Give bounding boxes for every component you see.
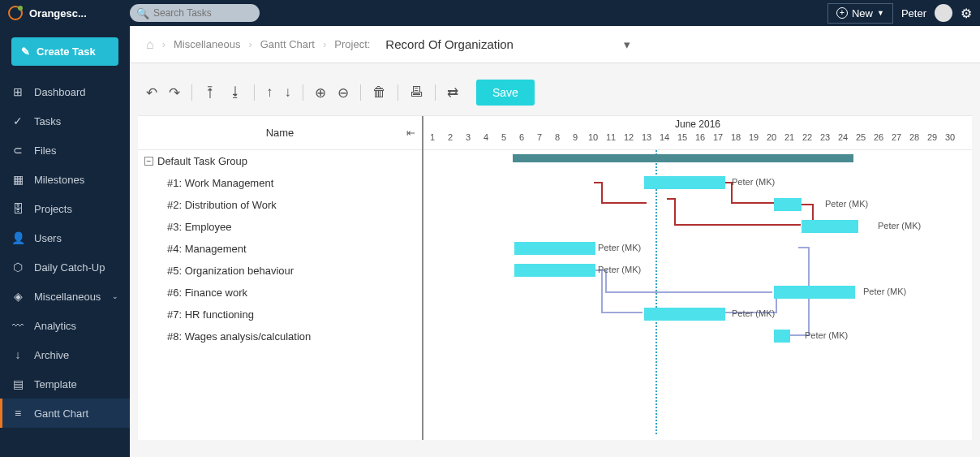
today-line: [655, 150, 657, 434]
day-cell: 19: [745, 132, 763, 149]
toolbar-separator: [254, 84, 255, 101]
task-group-row[interactable]: − Default Task Group: [138, 150, 422, 172]
print-icon[interactable]: 🖶: [410, 84, 423, 101]
delete-icon[interactable]: 🗑: [372, 84, 386, 101]
task-row[interactable]: #2: Distribution of Work: [138, 194, 422, 216]
breadcrumb-item[interactable]: Gantt Chart: [260, 38, 315, 50]
align-bottom-icon[interactable]: ⭳: [229, 84, 243, 101]
day-cell: 27: [888, 132, 905, 149]
project-select[interactable]: Record Of Organization ▾: [378, 33, 638, 56]
sidebar-item-label: Analytics: [34, 320, 76, 332]
task-assignee: Peter (MK): [598, 265, 641, 274]
task-label: #5: Organization behaviour: [144, 265, 294, 277]
breadcrumb-separator: ›: [323, 38, 326, 50]
breadcrumb-separator: ›: [248, 38, 251, 50]
task-bar[interactable]: [514, 264, 595, 277]
search-input[interactable]: [153, 7, 253, 19]
day-cell: 16: [691, 132, 709, 149]
breadcrumb-item: Project:: [334, 38, 370, 50]
search-box[interactable]: 🔍: [130, 4, 260, 22]
gear-icon[interactable]: ⚙: [961, 6, 972, 21]
task-bar[interactable]: [774, 330, 790, 343]
task-bar[interactable]: [802, 220, 858, 233]
task-bar[interactable]: [774, 198, 802, 211]
task-assignee: Peter (MK): [863, 287, 906, 296]
sidebar-item-gantt-chart[interactable]: ≡Gantt Chart: [0, 399, 130, 428]
sidebar-item-tasks[interactable]: ✓Tasks: [0, 106, 130, 136]
toolbar-separator: [303, 84, 303, 101]
zoom-out-icon[interactable]: ⊖: [337, 84, 349, 101]
topbar: Orangesc... 🔍 + New ▼ Peter ⚙: [0, 0, 980, 26]
sidebar-item-label: Daily Catch-Up: [34, 261, 105, 274]
arrow-up-icon[interactable]: ↑: [266, 84, 273, 101]
task-label: #6: Finance work: [144, 287, 247, 299]
day-cell: 15: [673, 132, 691, 149]
sidebar-item-label: Users: [34, 232, 62, 244]
task-row[interactable]: #3: Employee: [138, 216, 422, 238]
brand-logo-icon: [8, 6, 23, 20]
arrow-down-icon[interactable]: ↓: [285, 84, 292, 101]
sidebar-item-projects[interactable]: 🗄Projects: [0, 194, 130, 223]
sidebar-item-label: Milestones: [34, 174, 84, 186]
sidebar-item-miscellaneous[interactable]: ◈Miscellaneous⌄: [0, 282, 130, 311]
analytics-icon: 〰: [11, 319, 24, 332]
task-row[interactable]: #8: Wages analysis/calculation: [138, 326, 422, 347]
save-button[interactable]: Save: [476, 80, 535, 106]
sidebar-item-files[interactable]: ⊂Files: [0, 136, 130, 165]
task-label: #2: Distribution of Work: [144, 199, 277, 211]
sidebar-item-daily-catchup[interactable]: ⬡Daily Catch-Up: [0, 252, 130, 282]
task-bar[interactable]: [644, 176, 725, 189]
day-cell: 30: [941, 132, 959, 149]
sidebar-item-users[interactable]: 👤Users: [0, 223, 130, 252]
task-bar[interactable]: [774, 286, 855, 299]
sidebar-item-template[interactable]: ▤Template: [0, 369, 130, 399]
toolbar-separator: [435, 84, 436, 101]
gantt-task-list: Name ⇤ − Default Task Group #1: Work Man…: [138, 116, 423, 440]
task-row[interactable]: #4: Management: [138, 238, 422, 260]
task-bar[interactable]: [644, 308, 725, 321]
chevron-down-icon: ⌄: [112, 292, 118, 300]
align-top-icon[interactable]: ⭱: [204, 84, 217, 101]
collapse-group-icon[interactable]: −: [144, 157, 153, 166]
task-assignee: Peter (MK): [805, 330, 848, 340]
user-name: Peter: [901, 7, 926, 19]
undo-icon[interactable]: ↶: [146, 84, 157, 101]
task-row[interactable]: #5: Organization behaviour: [138, 260, 422, 282]
new-label: New: [852, 7, 873, 19]
toolbar-separator: [360, 84, 361, 101]
home-icon[interactable]: ⌂: [146, 37, 154, 52]
gantt-timeline[interactable]: June 2016 123456789101112131415161718192…: [423, 116, 972, 440]
sidebar-item-milestones[interactable]: ▦Milestones: [0, 165, 130, 194]
redo-icon[interactable]: ↷: [169, 84, 180, 101]
group-name: Default Task Group: [157, 155, 247, 167]
sidebar-item-analytics[interactable]: 〰Analytics: [0, 311, 130, 340]
task-row[interactable]: #1: Work Management: [138, 172, 422, 194]
day-cell: 13: [638, 132, 655, 149]
task-label: #3: Employee: [144, 221, 232, 233]
milestones-icon: ▦: [11, 173, 24, 186]
zoom-in-icon[interactable]: ⊕: [315, 84, 326, 101]
task-row[interactable]: #6: Finance work: [138, 282, 422, 304]
sidebar-item-dashboard[interactable]: ⊞Dashboard: [0, 77, 130, 106]
month-header: June 2016: [423, 116, 972, 132]
day-cell: 6: [513, 132, 531, 149]
collapse-panel-icon[interactable]: ⇤: [406, 127, 415, 139]
day-header: 1234567891011121314151617181920212223242…: [423, 132, 972, 150]
task-label: #4: Management: [144, 243, 247, 255]
brand-name: Orangesc...: [29, 7, 87, 19]
link-icon[interactable]: ⇄: [447, 84, 458, 101]
breadcrumb-item[interactable]: Miscellaneous: [174, 38, 240, 50]
day-cell: 28: [905, 132, 923, 149]
day-cell: 24: [834, 132, 852, 149]
avatar[interactable]: [935, 4, 952, 22]
dashboard-icon: ⊞: [11, 85, 24, 98]
daily-catchup-icon: ⬡: [11, 261, 24, 274]
sidebar-item-archive[interactable]: ↓Archive: [0, 340, 130, 369]
new-button[interactable]: + New ▼: [827, 3, 893, 24]
create-label: Create Task: [37, 45, 96, 58]
task-bar[interactable]: [514, 242, 595, 255]
group-bar[interactable]: [513, 154, 853, 162]
tasks-icon: ✓: [11, 114, 24, 127]
create-task-button[interactable]: ✎ Create Task: [11, 37, 118, 66]
task-row[interactable]: #7: HR functioning: [138, 304, 422, 326]
